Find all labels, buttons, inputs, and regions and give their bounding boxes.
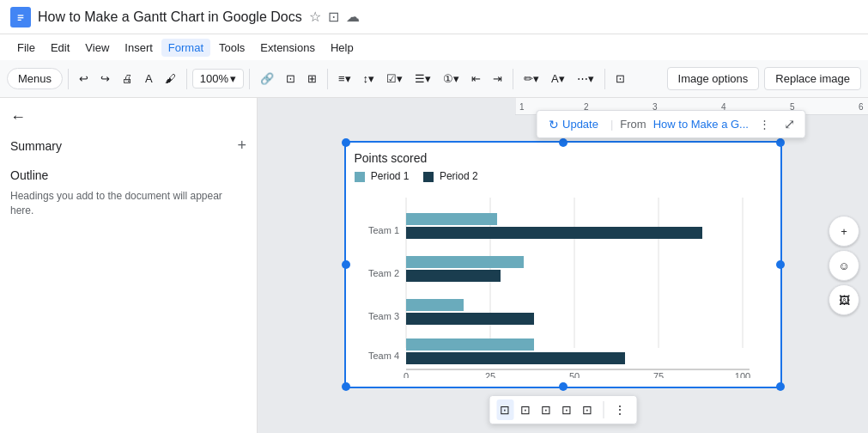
align-break-button[interactable]: ⊡ xyxy=(537,399,555,420)
svg-rect-24 xyxy=(406,299,464,311)
summary-label: Summary xyxy=(10,139,62,153)
link-button[interactable]: 🔗 xyxy=(255,69,279,88)
back-button[interactable]: ← xyxy=(10,108,26,126)
legend-period1-label: Period 1 xyxy=(371,170,410,182)
handle-tr[interactable] xyxy=(776,138,785,147)
undo-button[interactable]: ↩ xyxy=(74,69,94,88)
title-bar: How to Make a Gantt Chart in Google Docs… xyxy=(0,0,868,34)
svg-rect-1 xyxy=(18,15,24,15)
redo-button[interactable]: ↪ xyxy=(95,69,115,88)
float-add-button[interactable]: + xyxy=(829,216,859,247)
text-color-button[interactable]: A▾ xyxy=(546,69,570,88)
image-align-bar: ⊡ ⊡ ⊡ ⊡ ⊡ ⋮ xyxy=(489,395,637,424)
indent-decrease-button[interactable]: ⇤ xyxy=(466,69,486,88)
float-image-button[interactable]: 🖼 xyxy=(829,284,859,315)
svg-text:Team 4: Team 4 xyxy=(367,351,398,361)
toolbar-sep-4 xyxy=(327,69,328,89)
star-icon[interactable]: ☆ xyxy=(309,9,321,25)
svg-rect-19 xyxy=(406,227,702,239)
popup-source-link[interactable]: How to Make a G... xyxy=(653,118,749,131)
update-chart-button[interactable]: ↻ Update xyxy=(543,116,604,133)
list-button[interactable]: ☰▾ xyxy=(410,69,436,88)
menu-insert[interactable]: Insert xyxy=(118,39,160,57)
refresh-icon: ↻ xyxy=(549,118,559,131)
right-float-buttons: + ☺ 🖼 xyxy=(829,216,859,315)
image-button[interactable]: ⊡ xyxy=(281,69,300,88)
highlight-button[interactable]: ✏▾ xyxy=(519,69,544,88)
handle-top[interactable] xyxy=(559,138,568,147)
zoom-selector[interactable]: 100% ▾ xyxy=(192,69,244,88)
align-wrap-right-button[interactable]: ⊡ xyxy=(558,399,575,420)
legend-period2: Period 2 xyxy=(423,170,478,182)
menu-help[interactable]: Help xyxy=(324,39,361,57)
toolbar-sep-2 xyxy=(186,69,187,89)
float-emoji-button[interactable]: ☺ xyxy=(829,250,859,281)
image-icon: 🖼 xyxy=(839,294,850,307)
drive-icon[interactable]: ⊡ xyxy=(328,9,339,25)
svg-text:75: 75 xyxy=(653,371,663,378)
checklist-button[interactable]: ☑▾ xyxy=(381,69,408,88)
numbered-list-button[interactable]: ①▾ xyxy=(438,69,464,88)
menu-view[interactable]: View xyxy=(78,39,116,57)
line-spacing-button[interactable]: ↕▾ xyxy=(358,69,380,88)
add-summary-button[interactable]: + xyxy=(237,137,246,155)
replace-image-button[interactable]: Replace image xyxy=(764,67,861,90)
main-layout: ← Summary + Outline Headings you add to … xyxy=(0,98,868,433)
zoom-level: 100% xyxy=(200,72,228,85)
toolbar-sep-6 xyxy=(604,69,605,89)
plus-icon: + xyxy=(841,225,847,238)
toolbar-right: Image options Replace image xyxy=(667,67,861,90)
indent-increase-button[interactable]: ⇥ xyxy=(488,69,507,88)
image-options-button[interactable]: Image options xyxy=(667,67,760,90)
toolbar-sep-1 xyxy=(68,69,69,89)
handle-br[interactable] xyxy=(776,382,785,391)
menu-edit[interactable]: Edit xyxy=(44,39,76,57)
menu-extensions[interactable]: Extensions xyxy=(253,39,322,57)
align-behind-button[interactable]: ⊡ xyxy=(579,399,596,420)
align-button[interactable]: ≡▾ xyxy=(333,69,356,88)
print-button[interactable]: 🖨 xyxy=(117,69,138,88)
legend-period1-color xyxy=(355,172,365,182)
svg-text:25: 25 xyxy=(484,371,495,378)
menu-format[interactable]: Format xyxy=(161,39,210,57)
svg-rect-25 xyxy=(406,313,534,325)
svg-rect-18 xyxy=(406,213,497,225)
svg-text:Team 2: Team 2 xyxy=(367,268,398,278)
sync-icon[interactable]: ☁ xyxy=(346,9,360,25)
chart-container[interactable]: ↻ Update | From How to Make a G... ⋮ ⤢ P… xyxy=(344,141,782,388)
svg-text:50: 50 xyxy=(568,371,579,378)
handle-tl[interactable] xyxy=(342,138,350,147)
legend-period2-label: Period 2 xyxy=(440,170,478,182)
handle-bottom[interactable] xyxy=(559,382,568,391)
handle-right[interactable] xyxy=(776,260,785,269)
menus-button[interactable]: Menus xyxy=(7,68,63,89)
align-wrap-left-button[interactable]: ⊡ xyxy=(517,399,534,420)
menu-file[interactable]: File xyxy=(10,39,42,57)
toolbar-sep-3 xyxy=(249,69,250,89)
svg-text:Team 3: Team 3 xyxy=(367,311,398,321)
svg-rect-21 xyxy=(406,256,524,268)
svg-rect-28 xyxy=(406,352,625,364)
popup-expand-icon[interactable]: ⤢ xyxy=(780,114,798,134)
handle-bl[interactable] xyxy=(342,382,350,391)
popup-more-icon[interactable]: ⋮ xyxy=(756,116,774,132)
spell-check-button[interactable]: A xyxy=(140,69,158,88)
align-inline-button[interactable]: ⊡ xyxy=(496,399,513,420)
chart-legend: Period 1 Period 2 xyxy=(355,170,772,182)
legend-period1: Period 1 xyxy=(355,170,410,182)
align-more-button[interactable]: ⋮ xyxy=(610,399,629,420)
more-toolbar-button[interactable]: ⋯▾ xyxy=(572,69,599,88)
chart-title: Points scored xyxy=(355,151,772,165)
toolbar-sep-5 xyxy=(513,69,513,89)
handle-left[interactable] xyxy=(342,260,350,269)
svg-rect-2 xyxy=(18,17,24,18)
sidebar: ← Summary + Outline Headings you add to … xyxy=(0,98,258,433)
svg-text:Team 1: Team 1 xyxy=(367,225,398,235)
paint-format-button[interactable]: 🖌 xyxy=(160,69,181,88)
doc-title: How to Make a Gantt Chart in Google Docs xyxy=(38,9,302,25)
menu-tools[interactable]: Tools xyxy=(212,39,252,57)
crop-button[interactable]: ⊡ xyxy=(610,69,630,88)
table-button[interactable]: ⊞ xyxy=(302,69,322,88)
doc-page: ↻ Update | From How to Make a G... ⋮ ⤢ P… xyxy=(344,132,782,416)
title-icons: ☆ ⊡ ☁ xyxy=(309,9,360,25)
